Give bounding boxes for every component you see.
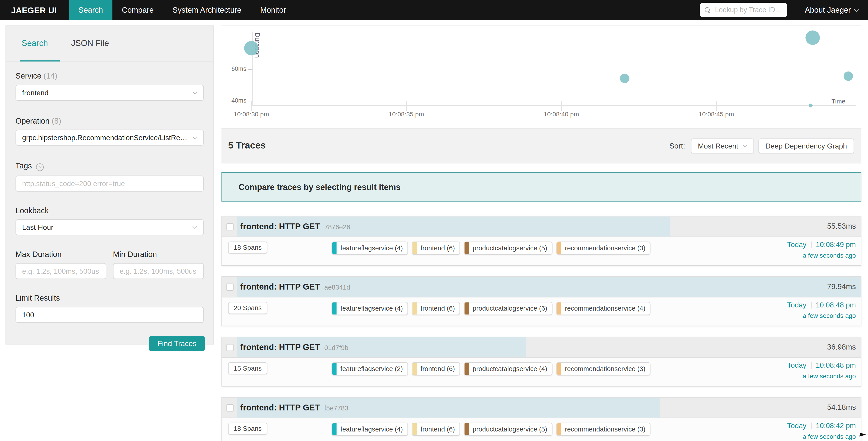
compare-banner: Compare traces by selecting result items <box>221 172 862 202</box>
trace-time: 10:08:49 pm <box>816 240 856 249</box>
duration-scatter-chart: 60ms40ms10:08:30 pm10:08:35 pm10:08:40 p… <box>221 26 862 128</box>
service-chip: recommendationservice (3) <box>556 241 650 255</box>
search-panel-tabs: Search JSON File <box>6 26 213 62</box>
trace-id-input[interactable] <box>714 5 782 14</box>
x-tick-label: 10:08:30 pm <box>223 111 279 117</box>
span-count-chip: 20 Spans <box>228 302 267 314</box>
trace-card: frontend: HTTP GETf5e7783 54.18ms 18 Spa… <box>221 397 862 441</box>
service-chip: productcatalogservice (6) <box>464 302 552 315</box>
trace-checkbox[interactable] <box>226 284 234 291</box>
service-tag-chips: featureflagservice (4) frontend (6) prod… <box>332 241 650 255</box>
divider <box>811 241 811 248</box>
max-duration-input[interactable] <box>16 264 106 279</box>
nav-item-compare[interactable]: Compare <box>113 0 163 20</box>
sort-label: Sort: <box>669 142 685 150</box>
trace-day: Today <box>787 240 806 249</box>
tab-search[interactable]: Search <box>22 38 48 61</box>
nav-item-monitor[interactable]: Monitor <box>251 0 296 20</box>
deep-dependency-graph-button[interactable]: Deep Dependency Graph <box>758 138 854 153</box>
find-traces-button[interactable]: Find Traces <box>149 336 205 351</box>
x-tick <box>561 101 562 111</box>
x-axis-line <box>251 105 856 107</box>
x-tick-label: 10:08:40 pm <box>533 111 589 117</box>
service-chip: frontend (6) <box>412 423 460 436</box>
trace-timestamp: Today10:08:42 pm a few seconds ago <box>787 421 856 440</box>
trace-timestamp: Today10:08:49 pm a few seconds ago <box>787 240 856 259</box>
y-tick <box>248 69 252 70</box>
trace-id: 7876e26 <box>324 223 350 231</box>
span-count-chip: 18 Spans <box>228 423 267 435</box>
trace-scatter-dot[interactable] <box>805 31 820 45</box>
trace-timestamp: Today10:08:48 pm a few seconds ago <box>787 301 856 319</box>
trace-card-header[interactable]: frontend: HTTP GET01d7f9b 36.98ms <box>222 337 861 358</box>
trace-day: Today <box>787 301 806 309</box>
trace-scatter-dot[interactable] <box>809 104 813 108</box>
trace-scatter-dot[interactable] <box>244 41 259 56</box>
service-chip: featureflagservice (4) <box>332 241 408 255</box>
trace-day: Today <box>787 361 806 370</box>
trace-day: Today <box>787 421 806 430</box>
nav-item-search[interactable]: Search <box>69 0 113 20</box>
lookback-label: Lookback <box>16 206 204 215</box>
service-chip: recommendationservice (3) <box>556 362 650 376</box>
x-tick <box>251 101 252 111</box>
service-chip: recommendationservice (3) <box>556 423 650 436</box>
tab-json-file[interactable]: JSON File <box>71 38 109 61</box>
trace-checkbox[interactable] <box>226 344 234 351</box>
trace-card-header[interactable]: frontend: HTTP GET7876e26 55.53ms <box>222 217 861 237</box>
trace-time: 10:08:48 pm <box>816 301 856 309</box>
trace-relative-time: a few seconds ago <box>787 433 856 440</box>
trace-timestamp: Today10:08:48 pm a few seconds ago <box>787 361 856 379</box>
operation-select[interactable]: grpc.hipstershop.RecommendationService/L… <box>16 129 204 146</box>
service-label: Service <box>16 71 41 80</box>
trace-id-lookup[interactable] <box>700 3 787 17</box>
y-tick-label: 60ms <box>231 65 246 72</box>
operation-label: Operation <box>16 116 50 125</box>
trace-id: f5e7783 <box>324 404 348 412</box>
min-duration-input[interactable] <box>114 264 203 279</box>
trace-checkbox[interactable] <box>226 404 234 412</box>
trace-card: frontend: HTTP GET01d7f9b 36.98ms 15 Spa… <box>221 336 862 386</box>
search-icon <box>705 7 711 13</box>
limit-results-input[interactable] <box>16 307 203 322</box>
trace-scatter-dot[interactable] <box>620 74 630 83</box>
service-chip: frontend (6) <box>412 241 460 255</box>
tags-input-wrap <box>16 176 204 192</box>
service-tag-chips: featureflagservice (4) frontend (6) prod… <box>332 302 650 315</box>
chevron-down-icon <box>854 7 859 11</box>
sort-select[interactable]: Most Recent <box>691 138 754 153</box>
lookback-select[interactable]: Last Hour <box>16 219 204 235</box>
about-jaeger-menu[interactable]: About Jaeger <box>805 5 858 14</box>
trace-duration: 54.18ms <box>827 403 856 412</box>
trace-scatter-dot[interactable] <box>843 71 853 81</box>
results-area: 60ms40ms10:08:30 pm10:08:35 pm10:08:40 p… <box>221 26 862 441</box>
trace-count: 5 Traces <box>228 140 266 151</box>
trace-card: frontend: HTTP GET7876e26 55.53ms 18 Spa… <box>221 216 862 266</box>
trace-card-header[interactable]: frontend: HTTP GETf5e7783 54.18ms <box>222 398 861 418</box>
trace-card-header[interactable]: frontend: HTTP GETae8341d 79.94ms <box>222 277 861 297</box>
tags-group: Tags ? <box>16 161 204 192</box>
operation-group: Operation (8) grpc.hipstershop.Recommend… <box>16 116 204 146</box>
help-icon: ? <box>36 164 44 171</box>
chevron-down-icon <box>742 142 747 147</box>
trace-duration: 36.98ms <box>827 343 856 351</box>
jaeger-ui-window: JAEGER UI Search Compare System Architec… <box>0 0 868 441</box>
trace-relative-time: a few seconds ago <box>787 252 856 259</box>
trace-title: frontend: HTTP GET <box>240 342 320 352</box>
x-tick <box>406 101 407 111</box>
service-chip: frontend (6) <box>412 362 460 376</box>
service-chip: productcatalogservice (5) <box>464 423 552 436</box>
nav-right: About Jaeger <box>700 0 868 20</box>
tags-input[interactable] <box>16 176 203 191</box>
chevron-down-icon <box>192 135 197 139</box>
service-chip: featureflagservice (2) <box>332 362 408 376</box>
service-select[interactable]: frontend <box>16 85 204 101</box>
service-chip: productcatalogservice (4) <box>464 362 552 376</box>
trace-checkbox[interactable] <box>226 223 234 231</box>
limit-results-label: Limit Results <box>16 294 204 302</box>
trace-card: frontend: HTTP GETae8341d 79.94ms 20 Spa… <box>221 276 862 326</box>
trace-id: 01d7f9b <box>324 344 348 352</box>
trace-relative-time: a few seconds ago <box>787 373 856 379</box>
chevron-down-icon <box>192 224 197 229</box>
nav-item-system-architecture[interactable]: System Architecture <box>163 0 251 20</box>
